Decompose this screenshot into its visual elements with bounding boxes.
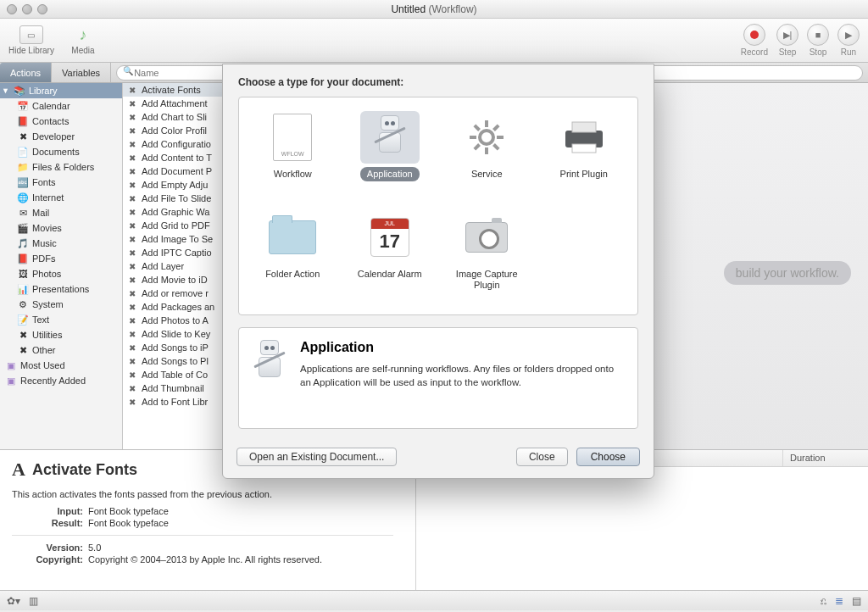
action-item[interactable]: ✖Add Graphic Wa [123,205,224,219]
choose-button[interactable]: Choose [576,448,640,466]
view-log-icon[interactable]: ▤ [852,595,861,607]
action-item[interactable]: ✖Add Layer [123,259,224,273]
info-version-label: Version: [12,542,83,553]
action-item[interactable]: ✖Add Packages an [123,300,224,314]
folder-icon [263,211,322,264]
type-service[interactable]: Service [438,106,536,206]
action-item[interactable]: ✖Add or remove r [123,287,224,300]
sidebar-item-photos[interactable]: 🖼Photos [0,266,122,281]
info-copyright-value: Copyright © 2004–2013 by Apple Inc. All … [88,554,322,565]
sidebar-most-used[interactable]: ▣Most Used [0,358,122,373]
minimize-window-button[interactable] [22,4,32,14]
type-label: Print Plugin [554,167,615,181]
stop-button[interactable]: ■Stop [807,24,829,57]
info-description: This action activates the fonts passed f… [12,489,403,499]
action-item[interactable]: ✖Activate Fonts [123,83,224,97]
action-item[interactable]: ✖Add Movie to iD [123,273,224,287]
view-list-icon[interactable]: ≣ [835,595,843,607]
tab-variables[interactable]: Variables [52,63,111,82]
action-item[interactable]: ✖Add Songs to iP [123,341,224,354]
info-copyright-label: Copyright: [12,554,83,565]
window-title-app: (Workflow) [428,3,476,15]
action-icon: ✖ [126,314,138,326]
action-item[interactable]: ✖Add Table of Co [123,368,224,381]
step-button[interactable]: ▶|Step [776,24,798,57]
action-item[interactable]: ✖Add File To Slide [123,192,224,205]
sidebar-item-internet[interactable]: 🌐Internet [0,190,122,205]
record-button[interactable]: Record [741,24,768,57]
type-capture[interactable]: Image Capture Plugin [438,206,536,306]
sidebar-item-documents[interactable]: 📄Documents [0,144,122,159]
action-item[interactable]: ✖Add Chart to Sli [123,110,224,124]
action-item[interactable]: ✖Add Songs to Pl [123,354,224,368]
media-label: Media [71,46,94,55]
sidebar-item-pdfs[interactable]: 📕PDFs [0,251,122,266]
action-item[interactable]: ✖Add Content to T [123,151,224,164]
action-icon: ✖ [126,355,138,367]
type-calendar[interactable]: JUL17Calendar Alarm [342,206,439,306]
calendar-icon: JUL17 [360,211,420,264]
zoom-window-button[interactable] [37,4,47,14]
sidebar-item-contacts[interactable]: 📕Contacts [0,114,122,129]
sidebar-item-developer[interactable]: ✖Developer [0,129,122,144]
document-type-sheet: Choose a type for your document: Workflo… [222,64,654,479]
sidebar-item-other[interactable]: ✖Other [0,342,122,358]
sidebar-item-calendar[interactable]: 📅Calendar [0,98,122,114]
type-label: Workflow [267,167,319,181]
application-icon [253,340,290,416]
action-item[interactable]: ✖Add IPTC Captio [123,246,224,259]
settings-gear-icon[interactable]: ✿▾ [7,595,20,607]
sidebar-library-header[interactable]: ▼📚Library [0,83,122,98]
type-description-box: Application Applications are self-runnin… [238,327,638,429]
action-item[interactable]: ✖Add Document P [123,164,224,178]
action-item[interactable]: ✖Add Photos to A [123,314,224,327]
type-workflow[interactable]: Workflow [244,106,342,206]
sidebar-item-music[interactable]: 🎵Music [0,236,122,251]
action-item[interactable]: ✖Add Slide to Key [123,327,224,341]
stop-icon: ■ [807,24,829,46]
sidebar-item-system[interactable]: ⚙System [0,297,122,312]
action-item[interactable]: ✖Add Color Profil [123,124,224,137]
action-item[interactable]: ✖Add to Font Libr [123,395,224,409]
action-item[interactable]: ✖Add Image To Se [123,232,224,246]
category-icon: 🎬 [17,222,29,234]
category-icon: 📕 [17,115,29,127]
run-button[interactable]: ▶Run [837,24,860,57]
hide-library-button[interactable]: ▭ Hide Library [8,25,54,55]
tab-actions[interactable]: Actions [0,63,52,82]
open-existing-button[interactable]: Open an Existing Document... [236,448,397,466]
action-item[interactable]: ✖Add Empty Adju [123,178,224,192]
type-folder[interactable]: Folder Action [244,206,342,306]
sidebar-item-mail[interactable]: ✉Mail [0,205,122,220]
sidebar-item-files-folders[interactable]: 📁Files & Folders [0,159,122,175]
action-item[interactable]: ✖Add Thumbnail [123,381,224,395]
sidebar-recently-added[interactable]: ▣Recently Added [0,373,122,388]
action-icon: ✖ [126,287,138,299]
type-print[interactable]: Print Plugin [536,106,633,206]
view-flow-icon[interactable]: ⎌ [821,595,826,607]
info-input-label: Input: [12,506,83,516]
action-icon: ✖ [126,328,138,340]
toggle-pane-icon[interactable]: ▥ [29,595,38,607]
close-button[interactable]: Close [516,448,568,466]
sidebar-item-utilities[interactable]: ✖Utilities [0,327,122,342]
close-window-button[interactable] [7,4,17,14]
action-item[interactable]: ✖Add Grid to PDF [123,219,224,232]
category-icon: 📊 [17,283,29,295]
category-icon: 📅 [17,100,29,112]
action-icon: ✖ [126,179,138,191]
action-item[interactable]: ✖Add Configuratio [123,137,224,151]
media-button[interactable]: ♪ Media [71,25,95,55]
sidebar-item-fonts[interactable]: 🔤Fonts [0,175,122,190]
sidebar-item-text[interactable]: 📝Text [0,312,122,327]
type-application[interactable]: Application [342,106,439,206]
action-icon: ✖ [126,206,138,218]
sheet-heading: Choose a type for your document: [238,76,638,88]
category-icon: ✖ [17,329,29,341]
info-version-value: 5.0 [88,542,101,553]
svg-line-4 [475,144,480,149]
sidebar-item-presentations[interactable]: 📊Presentations [0,281,122,297]
action-item[interactable]: ✖Add Attachment [123,97,224,110]
run-icon: ▶ [837,24,860,46]
sidebar-item-movies[interactable]: 🎬Movies [0,220,122,236]
